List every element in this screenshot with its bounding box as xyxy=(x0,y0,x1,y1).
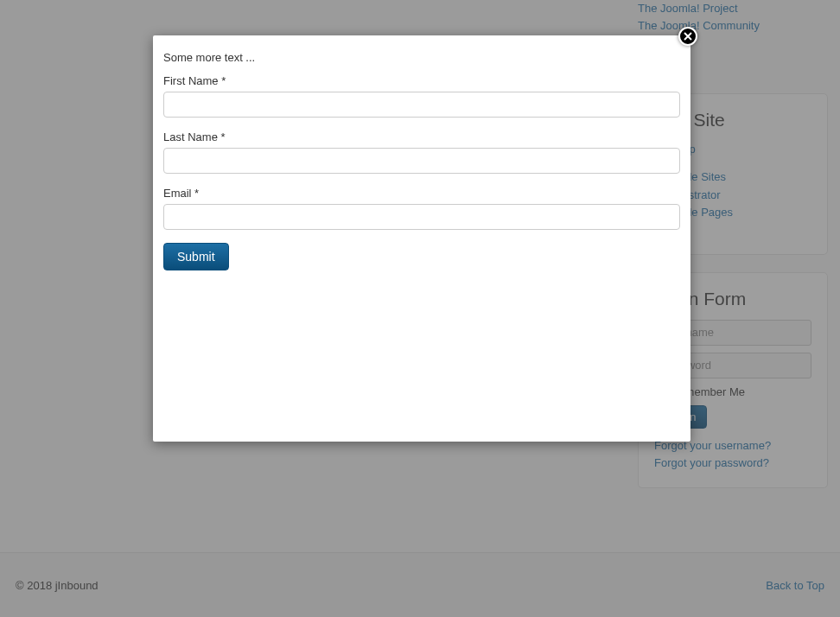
first-name-input[interactable] xyxy=(163,92,680,118)
last-name-input[interactable] xyxy=(163,148,680,174)
email-input[interactable] xyxy=(163,204,680,230)
modal-intro-text: Some more text ... xyxy=(163,51,680,64)
last-name-label: Last Name * xyxy=(163,130,680,143)
email-label: Email * xyxy=(163,187,680,200)
modal-close-button[interactable] xyxy=(678,27,697,46)
contact-form-modal: Some more text ... First Name * Last Nam… xyxy=(153,35,690,442)
close-icon xyxy=(684,30,692,43)
submit-button[interactable]: Submit xyxy=(163,243,229,270)
first-name-label: First Name * xyxy=(163,74,680,87)
page-background: The Joomla! Project The Joomla! Communit… xyxy=(0,0,840,617)
